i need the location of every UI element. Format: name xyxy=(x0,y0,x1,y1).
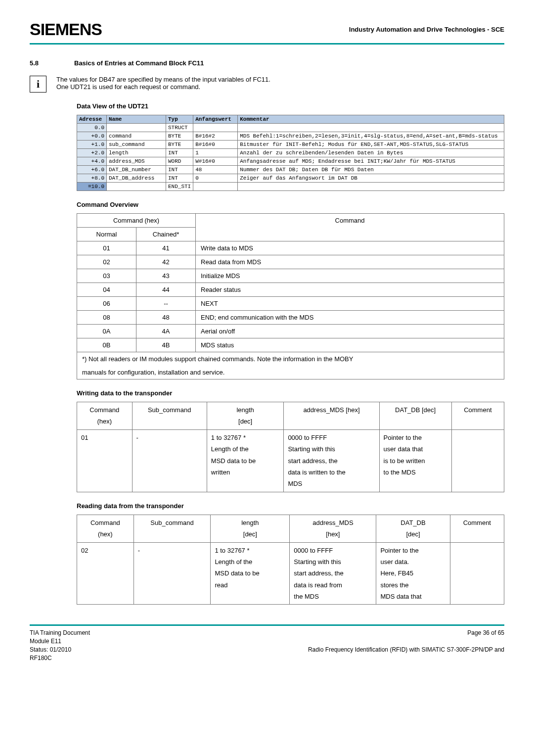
dv-name: length xyxy=(107,149,166,157)
cmd-normal: 06 xyxy=(77,297,136,311)
cmd-head-left: Command (hex) xyxy=(77,214,196,228)
dv-col-anf: Anfangswert xyxy=(193,115,238,124)
dv-addr: +4.0 xyxy=(77,157,107,166)
write-heading: Writing data to the transponder xyxy=(77,389,504,397)
cmd-normal: 01 xyxy=(77,241,136,255)
cmd-chained: 44 xyxy=(136,283,196,297)
w-cmd: 01 xyxy=(77,429,133,492)
dv-typ: INT xyxy=(166,149,193,157)
r-c5a: DAT_DB xyxy=(400,519,425,526)
foot-l2: Module E11 xyxy=(30,637,90,646)
w-c4: address_MDS [hex] xyxy=(284,402,379,430)
r-cmd: 02 xyxy=(77,542,134,605)
cmd-chained: 41 xyxy=(136,241,196,255)
r-c4a: address_MDS xyxy=(312,519,353,526)
dv-name xyxy=(107,124,166,132)
cmd-sub-chained: Chained* xyxy=(136,228,196,241)
r-comment xyxy=(450,542,504,605)
dv-anf: 48 xyxy=(193,166,238,174)
cmd-normal: 04 xyxy=(77,283,136,297)
info-line1: The values for DB47 are specified by mea… xyxy=(56,76,270,83)
r-c3b: [dec] xyxy=(243,530,257,538)
r-c1b: (hex) xyxy=(98,530,113,538)
cmd-desc: Reader status xyxy=(196,283,504,297)
dv-kom: MDS Befehl:1=schreiben,2=lesen,3=init,4=… xyxy=(238,132,504,141)
dv-name xyxy=(107,183,166,191)
w-dat: Pointer to the user data that is to be w… xyxy=(379,429,451,492)
dv-typ: WORD xyxy=(166,157,193,166)
r-c1a: Command xyxy=(90,519,120,526)
cmd-head-right: Command xyxy=(196,214,504,241)
header-subtitle: Industry Automation and Drive Technologi… xyxy=(349,26,504,33)
dv-kom: Anzahl der zu schreibenden/lesenden Date… xyxy=(238,149,504,157)
cmd-desc: NEXT xyxy=(196,297,504,311)
dv-typ: INT xyxy=(166,166,193,174)
cmd-desc: Aerial on/off xyxy=(196,325,504,338)
cmd-normal: 0B xyxy=(77,338,136,352)
w-c3b: [dec] xyxy=(238,418,252,425)
r-dat: Pointer to the user data. Here, FB45 sto… xyxy=(376,542,450,605)
dv-typ: STRUCT xyxy=(166,124,193,132)
cmd-sub-normal: Normal xyxy=(77,228,136,241)
info-icon: i xyxy=(30,76,46,93)
dv-anf xyxy=(193,124,238,132)
foot-right-text: Radio Frequency Identification (RFID) wi… xyxy=(308,646,504,654)
cmd-chained: 43 xyxy=(136,269,196,283)
dv-addr: =10.0 xyxy=(77,183,107,191)
dv-name: address_MDS xyxy=(107,157,166,166)
section-number: 5.8 xyxy=(30,59,59,67)
section-title: Basics of Entries at Command Block FC11 xyxy=(74,59,204,67)
dv-kom: Zeiger auf das Anfangswort im DAT DB xyxy=(238,174,504,183)
dv-addr: 0.0 xyxy=(77,124,107,132)
r-addr: 0000 to FFFF Starting with this start ad… xyxy=(290,542,376,605)
write-table: Command(hex) Sub_command length[dec] add… xyxy=(77,402,504,492)
cmd-chained: -- xyxy=(136,297,196,311)
r-len: 1 to 32767 * Length of the MSD data to b… xyxy=(211,542,290,605)
cmd-note1: *) Not all readers or IM modules support… xyxy=(77,352,504,366)
w-comment xyxy=(451,429,504,492)
dv-heading: Data View of the UDT21 xyxy=(77,102,504,110)
dv-typ: INT xyxy=(166,174,193,183)
cmd-normal: 08 xyxy=(77,311,136,325)
cmd-chained: 4B xyxy=(136,338,196,352)
r-c5b: [dec] xyxy=(406,530,420,538)
dv-addr: +0.0 xyxy=(77,132,107,141)
cmd-normal: 02 xyxy=(77,255,136,269)
cmd-desc: Read data from MDS xyxy=(196,255,504,269)
cmd-desc: Write data to MDS xyxy=(196,241,504,255)
dv-kom: Anfangsadresse auf MDS; Endadresse bei I… xyxy=(238,157,504,166)
dv-typ: BYTE xyxy=(166,141,193,149)
dv-col-addr: Adresse xyxy=(77,115,107,124)
dv-typ: END_STI xyxy=(166,183,193,191)
dv-name: DAT_DB_address xyxy=(107,174,166,183)
dataview-table: Adresse Name Typ Anfangswert Kommentar 0… xyxy=(77,115,504,191)
dv-addr: +1.0 xyxy=(77,141,107,149)
page-footer: TIA Training Document Module E11 Status:… xyxy=(30,624,504,662)
dv-anf: W#16#0 xyxy=(193,157,238,166)
w-sub: - xyxy=(132,429,207,492)
w-c1a: Command xyxy=(89,406,119,414)
cmd-desc: MDS status xyxy=(196,338,504,352)
dv-col-kom: Kommentar xyxy=(238,115,504,124)
info-block: i The values for DB47 are specified by m… xyxy=(30,76,504,93)
cmd-desc: Initialize MDS xyxy=(196,269,504,283)
foot-l1: TIA Training Document xyxy=(30,629,90,637)
cmd-note2: manuals for configuration, installation … xyxy=(77,366,504,379)
dv-col-name: Name xyxy=(107,115,166,124)
r-c4b: [hex] xyxy=(326,530,340,538)
r-sub: - xyxy=(134,542,211,605)
r-c3a: length xyxy=(241,519,259,526)
w-addr: 0000 to FFFF Starting with this start ad… xyxy=(284,429,379,492)
section-heading: 5.8 Basics of Entries at Command Block F… xyxy=(30,59,504,67)
dv-name: command xyxy=(107,132,166,141)
dv-kom: Nummer des DAT DB; Daten DB für MDS Date… xyxy=(238,166,504,174)
dv-addr: +8.0 xyxy=(77,174,107,183)
dv-anf: 1 xyxy=(193,149,238,157)
w-c1b: (hex) xyxy=(97,418,112,425)
cmd-chained: 42 xyxy=(136,255,196,269)
read-table: Command(hex) Sub_command length[dec] add… xyxy=(77,515,504,605)
cmd-heading: Command Overview xyxy=(77,201,504,208)
brand-logo: SIEMENS xyxy=(30,20,102,39)
w-c6: Comment xyxy=(451,402,504,430)
dv-anf: B#16#2 xyxy=(193,132,238,141)
